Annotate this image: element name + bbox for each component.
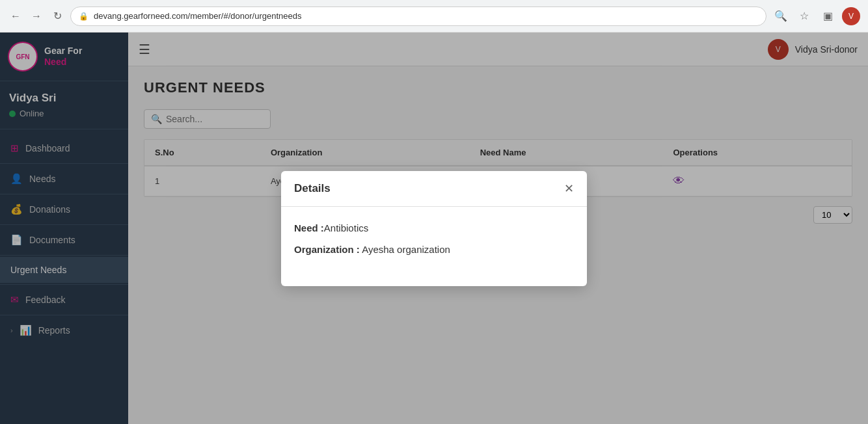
modal-title: Details	[294, 182, 331, 195]
modal-close-button[interactable]: ✕	[564, 181, 574, 196]
forward-button[interactable]: →	[29, 8, 44, 24]
modal-need-value: Antibiotics	[324, 222, 368, 233]
modal-body: Need :Antibiotics Organization : Ayesha …	[281, 207, 587, 286]
modal-need-label: Need :	[294, 222, 324, 233]
modal-org-field: Organization : Ayesha organization	[294, 244, 574, 255]
reload-button[interactable]: ↻	[49, 8, 65, 24]
modal-need-field: Need :Antibiotics	[294, 222, 574, 233]
browser-user-avatar[interactable]: V	[842, 7, 860, 25]
browser-chrome: ← → ↻ 🔒 devang.gearforneed.com/member/#/…	[0, 0, 868, 33]
modal-overlay: Details ✕ Need :Antibiotics Organization…	[0, 33, 868, 424]
modal-header: Details ✕	[281, 171, 587, 207]
details-modal: Details ✕ Need :Antibiotics Organization…	[281, 171, 587, 286]
modal-org-value: Ayesha organization	[362, 244, 450, 255]
back-button[interactable]: ←	[8, 8, 23, 24]
bookmark-button[interactable]: ☆	[795, 7, 813, 25]
search-browser-button[interactable]: 🔍	[772, 7, 790, 25]
extensions-button[interactable]: ▣	[819, 7, 837, 25]
lock-icon: 🔒	[79, 12, 88, 21]
modal-org-label: Organization :	[294, 244, 360, 255]
url-text: devang.gearforneed.com/member/#/donor/ur…	[94, 11, 301, 21]
address-bar[interactable]: 🔒 devang.gearforneed.com/member/#/donor/…	[70, 7, 766, 26]
